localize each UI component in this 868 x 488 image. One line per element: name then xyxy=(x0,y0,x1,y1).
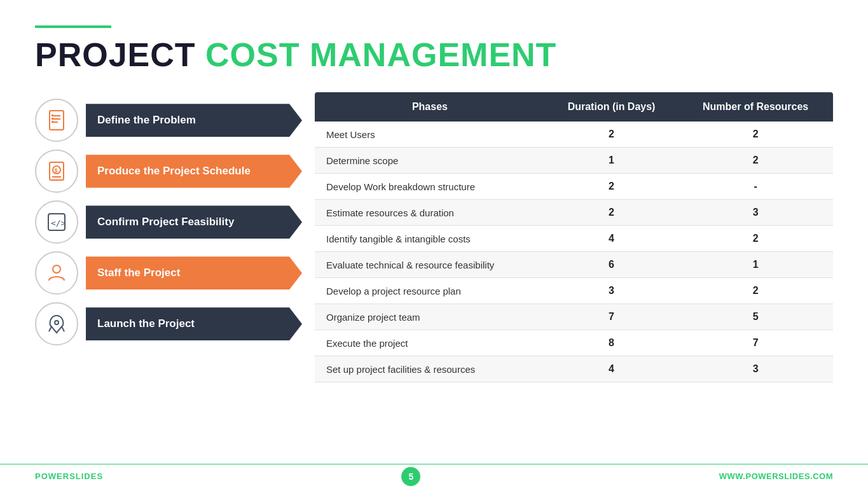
cell-resources: 3 xyxy=(678,356,833,382)
slide: PROJECT COST MANAGEMENT xyxy=(0,0,868,488)
svg-rect-4 xyxy=(52,115,53,116)
cell-duration: 3 xyxy=(545,278,678,304)
cell-duration: 4 xyxy=(545,226,678,252)
cell-duration: 6 xyxy=(545,252,678,278)
svg-text:$: $ xyxy=(55,167,58,174)
table-row: Organize project team 7 5 xyxy=(315,304,833,330)
cell-duration: 7 xyxy=(545,304,678,330)
svg-text:</>: </> xyxy=(51,218,66,228)
project-table: Phases Duration (in Days) Number of Reso… xyxy=(315,92,833,382)
cell-phase: Organize project team xyxy=(315,304,545,330)
phase-item-launch: Launch the Project xyxy=(35,302,302,345)
cell-resources: 2 xyxy=(678,278,833,304)
phase-icon-confirm: </> xyxy=(35,200,78,244)
phase-item-staff: Staff the Project xyxy=(35,251,302,295)
page-number: 5 xyxy=(401,467,420,486)
col-header-duration: Duration (in Days) xyxy=(545,92,678,122)
cell-duration: 8 xyxy=(545,330,678,356)
table-row: Identify tangible & intangible costs 4 2 xyxy=(315,226,833,252)
table-row: Set up project facilities & resources 4 … xyxy=(315,356,833,382)
table-row: Evaluate technical & resource feasibilit… xyxy=(315,252,833,278)
phase-label-define: Define the Problem xyxy=(86,104,302,137)
cell-phase: Execute the project xyxy=(315,330,545,356)
footer-brand: POWERSLIDES xyxy=(35,471,103,481)
cell-duration: 4 xyxy=(545,356,678,382)
footer-website: WWW.POWERSLIDES.COM xyxy=(719,471,833,481)
table-row: Develop Work breakdown structure 2 - xyxy=(315,174,833,200)
phase-icon-staff xyxy=(35,251,78,295)
cell-resources: 2 xyxy=(678,122,833,148)
col-header-phases: Phases xyxy=(315,92,545,122)
phase-item-define: Define the Problem xyxy=(35,99,302,142)
svg-rect-0 xyxy=(50,111,64,130)
svg-rect-5 xyxy=(52,118,53,120)
phase-label-produce: Produce the Project Schedule xyxy=(86,155,302,188)
cell-phase: Estimate resources & duration xyxy=(315,200,545,226)
footer-brand-black: POWER xyxy=(35,471,69,481)
cell-resources: 5 xyxy=(678,304,833,330)
main-content: Define the Problem $ Produce the Project… xyxy=(35,92,833,382)
table-row: Meet Users 2 2 xyxy=(315,122,833,148)
header-accent-line xyxy=(35,25,111,28)
table-row: Execute the project 8 7 xyxy=(315,330,833,356)
cell-resources: 2 xyxy=(678,148,833,174)
cell-phase: Determine scope xyxy=(315,148,545,174)
cell-phase: Identify tangible & intangible costs xyxy=(315,226,545,252)
footer: POWERSLIDES 5 WWW.POWERSLIDES.COM xyxy=(0,464,868,488)
table-row: Determine scope 1 2 xyxy=(315,148,833,174)
cell-resources: 3 xyxy=(678,200,833,226)
phase-label-launch: Launch the Project xyxy=(86,307,302,340)
phase-icon-define xyxy=(35,99,78,142)
title-black-part: PROJECT xyxy=(35,36,205,73)
cell-phase: Set up project facilities & resources xyxy=(315,356,545,382)
phase-label-staff: Staff the Project xyxy=(86,256,302,289)
cell-phase: Develop a project resource plan xyxy=(315,278,545,304)
phases-list: Define the Problem $ Produce the Project… xyxy=(35,99,302,345)
table-row: Estimate resources & duration 2 3 xyxy=(315,200,833,226)
col-header-resources: Number of Resources xyxy=(678,92,833,122)
phase-icon-produce: $ xyxy=(35,150,78,193)
cell-duration: 1 xyxy=(545,148,678,174)
cell-resources: 1 xyxy=(678,252,833,278)
phase-item-confirm: </> Confirm Project Feasibility xyxy=(35,200,302,244)
phase-label-confirm: Confirm Project Feasibility xyxy=(86,206,302,239)
svg-point-14 xyxy=(55,321,59,324)
cell-duration: 2 xyxy=(545,200,678,226)
cell-phase: Evaluate technical & resource feasibilit… xyxy=(315,252,545,278)
page-title: PROJECT COST MANAGEMENT xyxy=(35,37,833,73)
cell-duration: 2 xyxy=(545,174,678,200)
phase-item-produce: $ Produce the Project Schedule xyxy=(35,150,302,193)
title-green-part: COST MANAGEMENT xyxy=(205,36,556,73)
svg-rect-6 xyxy=(52,121,53,123)
footer-brand-green: SLIDES xyxy=(69,471,103,481)
data-table-container: Phases Duration (in Days) Number of Reso… xyxy=(315,92,833,382)
cell-phase: Meet Users xyxy=(315,122,545,148)
phase-icon-launch xyxy=(35,302,78,345)
cell-resources: 7 xyxy=(678,330,833,356)
table-header-row: Phases Duration (in Days) Number of Reso… xyxy=(315,92,833,122)
cell-resources: - xyxy=(678,174,833,200)
table-row: Develop a project resource plan 3 2 xyxy=(315,278,833,304)
cell-phase: Develop Work breakdown structure xyxy=(315,174,545,200)
svg-point-13 xyxy=(53,265,60,273)
cell-resources: 2 xyxy=(678,226,833,252)
cell-duration: 2 xyxy=(545,122,678,148)
